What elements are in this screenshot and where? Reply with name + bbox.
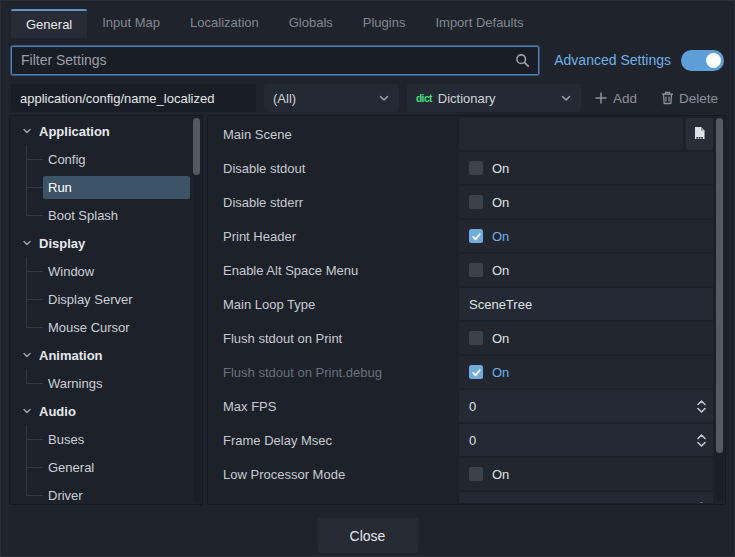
tree-section-label: Display — [39, 236, 85, 251]
tree-section-display[interactable]: Display — [10, 229, 202, 257]
tab-bar: General Input Map Localization Globals P… — [1, 1, 734, 38]
file-icon — [692, 126, 707, 142]
tree-section-label: Application — [39, 124, 110, 139]
checkbox-unchecked[interactable] — [469, 263, 483, 277]
chevron-down-icon — [22, 238, 32, 248]
add-button[interactable]: Add — [590, 89, 641, 108]
setting-row-flush-stdout-on-print: Flush stdout on Print On — [209, 321, 713, 355]
tree-item-boot-splash[interactable]: Boot Splash — [10, 201, 202, 229]
settings-category-tree: Application Config Run Boot Splash Displ… — [9, 115, 203, 505]
content-area: Application Config Run Boot Splash Displ… — [1, 115, 734, 505]
toggle-knob — [706, 53, 721, 68]
trash-icon — [661, 91, 674, 105]
setting-row-frame-delay-msec: Frame Delay Msec 0 — [209, 423, 713, 457]
tree-section-label: Animation — [39, 348, 103, 363]
tree-item-warnings[interactable]: Warnings — [10, 369, 202, 397]
setting-row-disable-stderr: Disable stderr On — [209, 185, 713, 219]
setting-row-flush-stdout-on-print-debug: Flush stdout on Print.debug On — [209, 355, 713, 389]
tab-plugins[interactable]: Plugins — [348, 9, 421, 38]
setting-row-enable-alt-space-menu: Enable Alt Space Menu On — [209, 253, 713, 287]
tree-item-driver[interactable]: Driver — [10, 481, 202, 505]
max-fps-field[interactable]: 0 — [459, 390, 713, 422]
advanced-settings-toggle[interactable] — [681, 50, 724, 71]
property-bar: (All) dict Dictionary Add Delete — [1, 81, 734, 115]
tab-general[interactable]: General — [11, 9, 87, 38]
tree-item-run[interactable]: Run — [10, 173, 202, 201]
setting-row-disable-stdout: Disable stdout On — [209, 151, 713, 185]
project-settings-dialog: General Input Map Localization Globals P… — [0, 0, 735, 557]
type-dropdown[interactable]: dict Dictionary — [407, 84, 581, 112]
scrollbar-thumb[interactable] — [716, 118, 723, 453]
chevron-down-icon — [22, 350, 32, 360]
advanced-settings-label: Advanced Settings — [554, 52, 671, 68]
load-file-button[interactable] — [686, 118, 713, 150]
tree-section-label: Audio — [39, 404, 76, 419]
tree-item-display-server[interactable]: Display Server — [10, 285, 202, 313]
type-value: Dictionary — [438, 91, 496, 106]
category-dropdown[interactable]: (All) — [264, 84, 399, 112]
filter-settings-input[interactable] — [21, 52, 515, 68]
plus-icon — [594, 91, 608, 105]
check-icon — [471, 231, 482, 242]
checkbox-checked[interactable] — [469, 365, 483, 379]
setting-row-max-fps: Max FPS 0 — [209, 389, 713, 423]
tree-section-audio[interactable]: Audio — [10, 397, 202, 425]
search-row: Advanced Settings — [1, 38, 734, 81]
delete-button[interactable]: Delete — [657, 89, 722, 108]
tree-section-animation[interactable]: Animation — [10, 341, 202, 369]
checkbox-unchecked[interactable] — [469, 331, 483, 345]
low-processor-sleep-field[interactable]: 6000 — [459, 492, 713, 503]
tab-localization[interactable]: Localization — [175, 9, 274, 38]
delete-label: Delete — [679, 91, 718, 106]
check-icon — [471, 367, 482, 378]
chevron-down-icon — [378, 92, 390, 104]
tree-item-general[interactable]: General — [10, 453, 202, 481]
spinner-updown-icon[interactable] — [695, 501, 708, 504]
setting-row-low-processor-mode-sleep: Low Processor Mode Sleep (usec) 6000 — [209, 491, 713, 503]
chevron-down-icon — [22, 126, 32, 136]
spinner-updown-icon[interactable] — [695, 433, 708, 448]
checkbox-checked[interactable] — [469, 229, 483, 243]
category-value: (All) — [273, 91, 296, 106]
dialog-footer: Close — [1, 505, 734, 557]
tree-item-buses[interactable]: Buses — [10, 425, 202, 453]
scrollbar-thumb[interactable] — [193, 118, 200, 175]
chevron-down-icon — [560, 92, 572, 104]
settings-property-list: Main Scene — [207, 115, 726, 505]
close-button[interactable]: Close — [317, 518, 418, 553]
property-path-input[interactable] — [11, 84, 256, 112]
setting-row-low-processor-mode: Low Processor Mode On — [209, 457, 713, 491]
spinner-updown-icon[interactable] — [695, 399, 708, 414]
tab-import-defaults[interactable]: Import Defaults — [420, 9, 538, 38]
setting-row-print-header: Print Header On — [209, 219, 713, 253]
chevron-down-icon — [22, 406, 32, 416]
checkbox-unchecked[interactable] — [469, 467, 483, 481]
tree-item-window[interactable]: Window — [10, 257, 202, 285]
add-label: Add — [613, 91, 637, 106]
checkbox-unchecked[interactable] — [469, 195, 483, 209]
property-list-scrollbar[interactable] — [716, 118, 723, 502]
filter-settings-box — [11, 46, 539, 75]
tree-section-application[interactable]: Application — [10, 117, 202, 145]
setting-row-main-scene: Main Scene — [209, 117, 713, 151]
tree-item-config[interactable]: Config — [10, 145, 202, 173]
sidebar-scrollbar[interactable] — [193, 118, 200, 502]
frame-delay-field[interactable]: 0 — [459, 424, 713, 456]
main-loop-type-field[interactable]: SceneTree — [459, 288, 713, 320]
tab-input-map[interactable]: Input Map — [87, 9, 175, 38]
tab-globals[interactable]: Globals — [274, 9, 348, 38]
setting-row-main-loop-type: Main Loop Type SceneTree — [209, 287, 713, 321]
search-icon — [515, 53, 530, 68]
dictionary-type-icon: dict — [416, 93, 432, 104]
checkbox-unchecked[interactable] — [469, 161, 483, 175]
tree-item-mouse-cursor[interactable]: Mouse Cursor — [10, 313, 202, 341]
main-scene-input[interactable] — [459, 118, 683, 150]
